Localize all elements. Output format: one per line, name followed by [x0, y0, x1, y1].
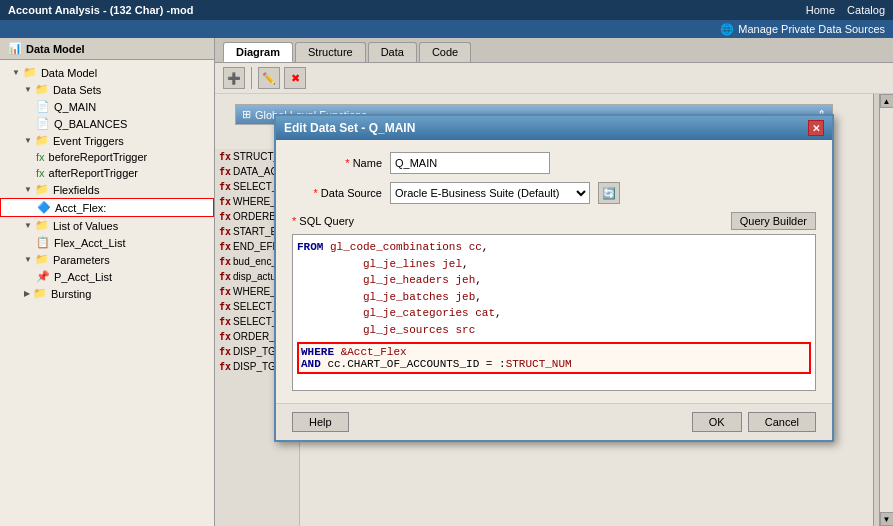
top-links: Home Catalog [806, 4, 885, 16]
tab-structure[interactable]: Structure [295, 42, 366, 62]
tree-label: Acct_Flex: [55, 202, 106, 214]
dialog-close-button[interactable]: ✕ [808, 120, 824, 136]
tree-label: beforeReportTrigger [49, 151, 148, 163]
tree-item-data-model[interactable]: ▼ 📁 Data Model [0, 64, 214, 81]
refresh-button[interactable]: 🔄 [598, 182, 620, 204]
expand-triangle: ▼ [24, 136, 32, 145]
name-input[interactable] [390, 152, 550, 174]
expand-triangle: ▼ [24, 85, 32, 94]
cancel-button[interactable]: Cancel [748, 412, 816, 432]
delete-button[interactable]: ✖ [284, 67, 306, 89]
content-area: ⊞ Global Level Functions ⇕ fxSTRUCT_N...… [215, 94, 893, 526]
expand-triangle: ▶ [24, 289, 30, 298]
ok-button[interactable]: OK [692, 412, 742, 432]
scroll-down-arrow[interactable]: ▼ [880, 512, 894, 526]
tree-label: Event Triggers [53, 135, 124, 147]
add-button[interactable]: ➕ [223, 67, 245, 89]
param-icon: 📌 [36, 270, 50, 283]
tab-diagram[interactable]: Diagram [223, 42, 293, 62]
toolbar-separator [251, 67, 252, 89]
tree-label: P_Acct_List [54, 271, 112, 283]
tree-item-list-of-values[interactable]: ▼ 📁 List of Values [0, 217, 214, 234]
tree-item-bursting[interactable]: ▶ 📁 Bursting [0, 285, 214, 302]
right-panel: Diagram Structure Data Code ➕ ✏️ ✖ [215, 38, 893, 526]
doc-icon: 📄 [36, 100, 50, 113]
scroll-up-arrow[interactable]: ▲ [880, 94, 894, 108]
tree-item-after-trigger[interactable]: fx afterReportTrigger [0, 165, 214, 181]
folder-icon: 📁 [35, 253, 49, 266]
folder-icon: 📁 [35, 183, 49, 196]
expand-triangle: ▼ [24, 221, 32, 230]
dialog-title: Edit Data Set - Q_MAIN [284, 121, 415, 135]
tree-label: Data Model [41, 67, 97, 79]
sql-code: FROM gl_code_combinations cc, gl_je_line… [297, 239, 811, 338]
tree-item-q-main[interactable]: 📄 Q_MAIN [0, 98, 214, 115]
datasource-select[interactable]: Oracle E-Business Suite (Default) [390, 182, 590, 204]
tab-code[interactable]: Code [419, 42, 471, 62]
tree-label: Flex_Acct_List [54, 237, 126, 249]
folder-icon: 📁 [35, 219, 49, 232]
tree-label: Parameters [53, 254, 110, 266]
tabs-bar: Diagram Structure Data Code [215, 38, 893, 63]
tree-item-before-trigger[interactable]: fx beforeReportTrigger [0, 149, 214, 165]
help-button[interactable]: Help [292, 412, 349, 432]
list-icon: 📋 [36, 236, 50, 249]
tree-item-parameters[interactable]: ▼ 📁 Parameters [0, 251, 214, 268]
folder-icon: 📁 [35, 134, 49, 147]
refresh-icon: 🔄 [602, 187, 616, 200]
delete-icon: ✖ [291, 72, 300, 85]
sql-label-row: * SQL Query Query Builder [292, 212, 816, 230]
name-label: * Name [292, 157, 382, 169]
expand-triangle: ▼ [12, 68, 20, 77]
datasource-row: * Data Source Oracle E-Business Suite (D… [292, 182, 816, 204]
left-panel-header: 📊 Data Model [0, 38, 214, 60]
datasource-label: * Data Source [292, 187, 382, 199]
sql-scrollbar[interactable]: ▲ ▼ [879, 94, 893, 526]
dialog-overlay: Edit Data Set - Q_MAIN ✕ * Name [215, 94, 893, 526]
expand-triangle: ▼ [24, 185, 32, 194]
app-title: Account Analysis - (132 Char) -mod [8, 4, 193, 16]
left-panel: 📊 Data Model ▼ 📁 Data Model ▼ 📁 Data Set… [0, 38, 215, 526]
tree-label: Flexfields [53, 184, 99, 196]
folder-icon: 📁 [33, 287, 47, 300]
flex-icon: 🔷 [37, 201, 51, 214]
edit-dataset-dialog: Edit Data Set - Q_MAIN ✕ * Name [274, 114, 834, 442]
tab-data[interactable]: Data [368, 42, 417, 62]
scroll-track [880, 108, 894, 512]
tree-item-flex-acct-list[interactable]: 📋 Flex_Acct_List [0, 234, 214, 251]
doc-icon: 📄 [36, 117, 50, 130]
dialog-footer: Help OK Cancel [276, 403, 832, 440]
panel-icon: 📊 [8, 42, 22, 55]
tree-item-acct-flex[interactable]: 🔷 Acct_Flex: [0, 198, 214, 217]
tree-label: Bursting [51, 288, 91, 300]
top-bar: Account Analysis - (132 Char) -mod Home … [0, 0, 893, 20]
tree-item-data-sets[interactable]: ▼ 📁 Data Sets [0, 81, 214, 98]
second-bar: 🌐 Manage Private Data Sources [0, 20, 893, 38]
tree-label: Data Sets [53, 84, 101, 96]
tree-item-event-triggers[interactable]: ▼ 📁 Event Triggers [0, 132, 214, 149]
tree-label: List of Values [53, 220, 118, 232]
tree-item-q-balances[interactable]: 📄 Q_BALANCES [0, 115, 214, 132]
sql-section: * SQL Query Query Builder FROM gl_code_c… [292, 212, 816, 391]
name-row: * Name [292, 152, 816, 174]
dialog-header: Edit Data Set - Q_MAIN ✕ [276, 116, 832, 140]
expand-triangle: ▼ [24, 255, 32, 264]
diagram-toolbar: ➕ ✏️ ✖ [215, 63, 893, 94]
tree-label: Q_BALANCES [54, 118, 127, 130]
catalog-link[interactable]: Catalog [847, 4, 885, 16]
tree-item-flexfields[interactable]: ▼ 📁 Flexfields [0, 181, 214, 198]
tree-item-p-acct-list[interactable]: 📌 P_Acct_List [0, 268, 214, 285]
left-panel-title: Data Model [26, 43, 85, 55]
sql-highlight: WHERE &Acct_Flex AND cc.CHART_OF_ACCOUNT… [297, 342, 811, 374]
dialog-body: * Name * Data Source Oracle E-Business S… [276, 140, 832, 403]
home-link[interactable]: Home [806, 4, 835, 16]
sql-editor[interactable]: FROM gl_code_combinations cc, gl_je_line… [293, 235, 815, 390]
edit-button[interactable]: ✏️ [258, 67, 280, 89]
manage-datasources-link[interactable]: Manage Private Data Sources [738, 23, 885, 35]
folder-icon: 📁 [35, 83, 49, 96]
footer-right: OK Cancel [692, 412, 816, 432]
query-builder-button[interactable]: Query Builder [731, 212, 816, 230]
add-icon: ➕ [227, 72, 241, 85]
tree-label: afterReportTrigger [49, 167, 138, 179]
tree-container[interactable]: ▼ 📁 Data Model ▼ 📁 Data Sets 📄 Q_MAIN 📄 … [0, 60, 214, 526]
